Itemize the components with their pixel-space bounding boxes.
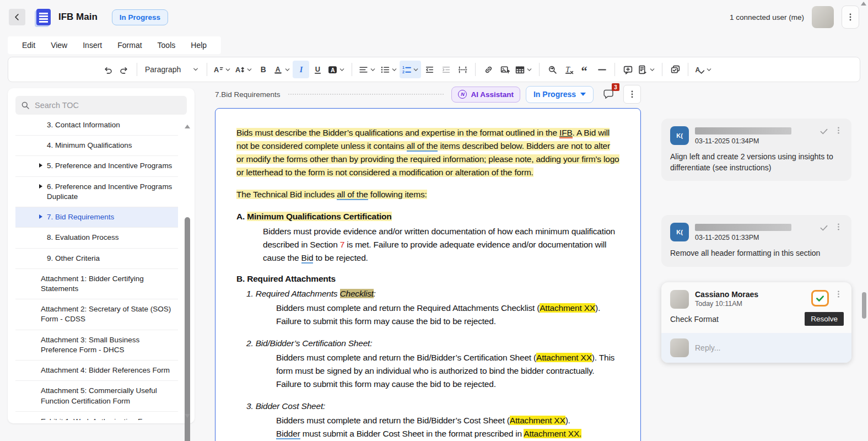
toc-item-label: 7. Bid Requirements [47, 213, 114, 221]
indent-button[interactable] [438, 61, 454, 78]
hr-button[interactable] [594, 61, 610, 78]
svg-text:A: A [331, 66, 335, 73]
toc-item[interactable]: 6. Preference and Incentive Programs Dup… [15, 177, 178, 207]
italic-button[interactable]: I [293, 61, 309, 78]
document-editor[interactable]: Bids must describe the Bidder’s qualific… [215, 108, 641, 441]
window-scroll-up-arrow[interactable] [861, 2, 866, 6]
text-case-button[interactable]: A [233, 61, 255, 78]
back-button[interactable] [9, 9, 25, 25]
toc-item[interactable]: Attachment 1: Bidder Certifying Statemen… [15, 269, 178, 299]
toc-item[interactable]: Exhibit 1: Work Authorization Form [15, 412, 178, 420]
toc-item[interactable]: 4. Minimum Qualifications [15, 136, 178, 156]
comment-reply-field[interactable]: Reply... [661, 333, 851, 363]
page-break-icon [458, 65, 467, 74]
toc-item[interactable]: 7. Bid Requirements [15, 207, 178, 228]
expand-triangle-icon[interactable] [39, 163, 42, 168]
doc-text-run: must submit a Bidder Cost Sheet in the f… [300, 429, 524, 438]
menu-help[interactable]: Help [183, 41, 214, 50]
comment-card[interactable]: K( 03-11-2025 01:33PM Remove all header … [661, 215, 851, 267]
comment-card[interactable]: K( 03-11-2025 01:34PM Align left and cre… [661, 119, 851, 181]
kebab-icon [846, 13, 855, 21]
comment-author-avatar [670, 290, 689, 309]
numbered-list-button[interactable]: 12 [400, 61, 421, 78]
doc-block: Bids must describe the Bidder’s qualific… [236, 126, 619, 179]
toc-list: 3. Contact Information4. Minimum Qualifi… [15, 122, 178, 420]
ai-assistant-button[interactable]: N AI Assistant [451, 87, 520, 103]
menu-edit[interactable]: Edit [14, 41, 43, 50]
toolbar-divider [137, 63, 137, 76]
page-break-button[interactable] [454, 61, 471, 78]
toc-item[interactable]: 8. Evaluation Process [15, 228, 178, 248]
menu-format[interactable]: Format [110, 41, 149, 50]
doc-text-run: 7 [340, 240, 344, 249]
link-button[interactable] [480, 61, 497, 78]
undo-button[interactable] [99, 61, 116, 78]
blockquote-button[interactable]: “ [577, 61, 594, 78]
font-size-button[interactable]: A [212, 61, 233, 78]
table-button[interactable] [513, 61, 535, 78]
toc-item-label: Attachment 5: Commercially Useful Functi… [41, 386, 157, 405]
expand-triangle-icon[interactable] [39, 214, 42, 219]
underline-button[interactable]: U [309, 61, 326, 78]
doc-text-run: to be rejected. [313, 253, 368, 262]
toc-search[interactable] [15, 96, 187, 115]
redo-button[interactable] [116, 61, 132, 78]
toc-item[interactable]: Attachment 5: Commercially Useful Functi… [15, 381, 178, 411]
bullet-list-button[interactable] [378, 61, 400, 78]
resolve-check-icon[interactable] [819, 126, 829, 136]
menu-tools[interactable]: Tools [150, 41, 184, 50]
status-badge[interactable]: In Progress [112, 9, 168, 25]
comment-menu-icon[interactable] [834, 126, 843, 135]
spellcheck-button[interactable]: A [693, 61, 714, 78]
comment-add-button[interactable] [619, 61, 636, 78]
highlight-color-button[interactable]: A [326, 61, 347, 78]
text-color-button[interactable]: A [271, 61, 293, 78]
doc-text-run: B. Required Attachments [236, 274, 336, 283]
image-button[interactable] [497, 61, 513, 78]
paragraph-style-dropdown[interactable]: Paragraph [142, 61, 202, 78]
toc-scrollbar-thumb[interactable] [185, 217, 190, 441]
user-avatar[interactable] [812, 6, 834, 28]
comment-timestamp: Today 10:11AM [695, 300, 811, 308]
comment-card-focused[interactable]: Cassiano Moraes Today 10:11AM Resolve Ch… [661, 282, 851, 363]
toolbar-divider [688, 63, 688, 76]
toc-item[interactable]: 9. Other Criteria [15, 249, 178, 269]
section-menu-button[interactable] [623, 85, 641, 104]
chevron-down-icon [225, 67, 231, 73]
toc-item[interactable]: 5. Preference and Incentive Programs [15, 156, 178, 176]
text-case-icon: A [235, 65, 245, 74]
image-icon [500, 65, 510, 74]
track-changes-button[interactable] [636, 61, 657, 78]
toc-scroll-down-arrow[interactable] [185, 414, 190, 418]
bold-button[interactable]: B [255, 61, 271, 78]
window-scrollbar-thumb[interactable] [862, 292, 866, 319]
comment-menu-icon[interactable] [834, 290, 843, 298]
resolve-check-icon[interactable] [819, 223, 829, 233]
menu-insert[interactable]: Insert [75, 41, 110, 50]
clear-format-button[interactable]: T [560, 61, 577, 78]
toc-search-input[interactable] [35, 101, 181, 110]
resolve-button[interactable] [811, 290, 829, 306]
header-menu-button[interactable] [842, 6, 859, 29]
comment-menu-icon[interactable] [834, 223, 843, 231]
find-replace-button[interactable] [544, 61, 560, 78]
toc-scrollbar[interactable] [184, 123, 191, 419]
doc-text-run: all of the [407, 141, 438, 152]
outdent-button[interactable] [421, 61, 438, 78]
redo-icon [120, 65, 129, 74]
toc-item[interactable]: Attachment 4: Bidder References Form [15, 361, 178, 381]
toc-scroll-up-arrow[interactable] [185, 125, 190, 128]
comments-notification-button[interactable]: 3 [602, 88, 616, 101]
doc-text-run: The Technical Bid includes [236, 190, 337, 199]
toc-item[interactable]: Attachment 3: Small Business Preference … [15, 330, 178, 361]
toc-item[interactable]: Attachment 2: Secretary of State (SOS) F… [15, 299, 178, 330]
redacted-author-name [695, 224, 791, 231]
align-button[interactable] [357, 61, 378, 78]
toolbar-divider [614, 63, 615, 76]
expand-triangle-icon[interactable] [39, 184, 42, 189]
section-status-dropdown[interactable]: In Progress [526, 86, 594, 103]
spellcheck-icon: A [695, 65, 704, 74]
toc-item[interactable]: 3. Contact Information [15, 122, 178, 136]
menu-view[interactable]: View [43, 41, 75, 50]
comments-panel-button[interactable] [667, 61, 683, 78]
